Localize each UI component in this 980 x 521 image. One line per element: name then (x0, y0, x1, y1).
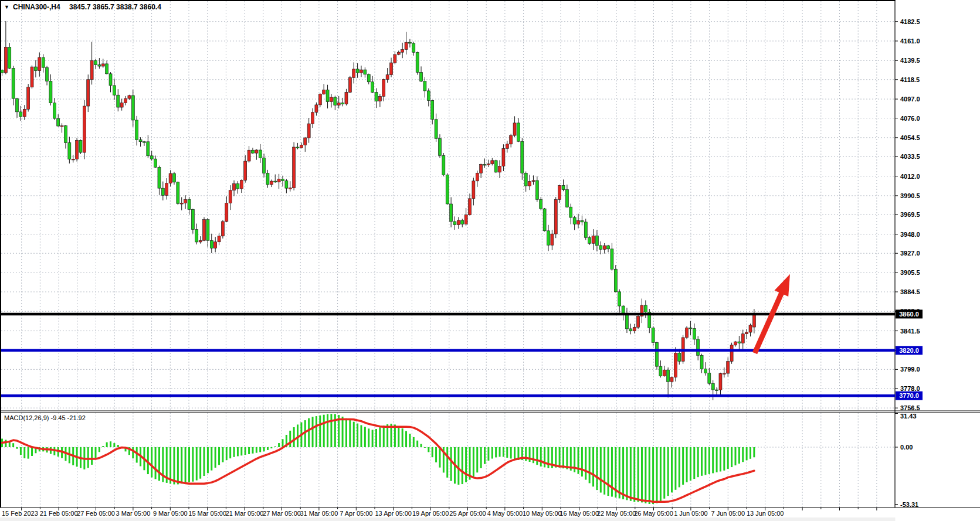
bull-candle-body (741, 334, 744, 343)
macd-histogram-bar (248, 447, 250, 454)
time-tick-label: 4 May 05:00 (487, 510, 523, 517)
macd-histogram-bar (450, 447, 452, 481)
bear-candle-body (356, 69, 359, 73)
bull-candle-body (277, 179, 280, 182)
bear-candle-body (210, 240, 213, 248)
macd-histogram-bar (353, 422, 355, 447)
bear-candle-body (12, 69, 15, 99)
macd-histogram-bar (510, 447, 512, 458)
time-tick-label: 22 May 05:00 (597, 510, 636, 517)
macd-histogram-bar (667, 447, 669, 496)
bull-candle-body (457, 220, 460, 225)
bull-candle-body (247, 150, 250, 161)
bull-candle-body (311, 113, 314, 124)
price-tick-label: 3756.5 (900, 404, 920, 411)
macd-histogram-bar (585, 447, 586, 480)
left-frame-border (0, 0, 1, 508)
price-tick-label: 3841.5 (900, 328, 920, 335)
macd-histogram-bar (327, 414, 328, 447)
chart-canvas[interactable]: 4182.54161.04139.54118.54097.04076.04054… (0, 0, 980, 521)
macd-histogram-bar (660, 447, 662, 501)
macd-histogram-bar (630, 447, 632, 501)
macd-histogram-bar (136, 447, 138, 463)
price-tick-label: 4054.5 (900, 134, 920, 141)
macd-histogram-bar (185, 447, 186, 483)
price-tick-label: 3905.5 (900, 269, 920, 276)
bear-candle-body (113, 86, 116, 95)
symbol-dropdown-icon[interactable]: ▼ (4, 4, 9, 10)
bull-candle-body (240, 180, 243, 188)
bull-candle-body (476, 173, 479, 181)
macd-histogram-bar (155, 447, 157, 479)
macd-histogram-bar (495, 447, 497, 457)
bear-candle-body (656, 342, 659, 366)
bull-candle-body (558, 185, 561, 199)
macd-histogram-bar (435, 447, 437, 462)
bull-candle-body (225, 203, 228, 222)
bear-candle-body (191, 209, 194, 229)
time-tick-label: 7 Jun 05:00 (711, 510, 745, 517)
macd-histogram-bar (693, 447, 695, 479)
macd-histogram-bar (282, 439, 284, 447)
bull-candle-body (180, 203, 183, 205)
macd-histogram-bar (379, 427, 381, 447)
macd-histogram-bar (278, 443, 280, 447)
macd-histogram-bar (457, 447, 459, 485)
bear-candle-body (367, 74, 370, 82)
bull-candle-body (60, 126, 63, 127)
macd-histogram-bar (368, 428, 369, 447)
macd-histogram-bar (413, 437, 415, 447)
macd-histogram-bar (31, 447, 33, 456)
bear-candle-body (334, 97, 337, 105)
macd-histogram-bar (671, 447, 673, 492)
macd-histogram-bar (416, 441, 418, 447)
macd-histogram-bar (91, 447, 93, 465)
bear-candle-body (562, 185, 565, 189)
bear-candle-body (274, 181, 277, 182)
macd-histogram-bar (293, 427, 295, 447)
price-tick-label: 3969.5 (900, 211, 920, 218)
macd-histogram-bar (439, 447, 440, 468)
macd-histogram-bar (402, 428, 403, 447)
bull-candle-body (255, 150, 258, 153)
macd-histogram-bar (476, 447, 478, 472)
macd-histogram-bar (211, 447, 212, 471)
bull-candle-body (323, 90, 325, 94)
mt4-chart-window: 4182.54161.04139.54118.54097.04076.04054… (0, 0, 980, 521)
macd-histogram-bar (383, 425, 385, 447)
bear-candle-body (161, 188, 164, 195)
bull-candle-body (401, 49, 404, 52)
macd-histogram-bar (720, 447, 721, 472)
level-line-price-label: 3860.0 (899, 311, 919, 318)
bull-candle-body (289, 188, 291, 189)
macd-histogram-bar (222, 447, 223, 462)
bear-candle-body (341, 103, 344, 104)
bear-candle-body (251, 150, 254, 153)
bull-candle-body (491, 161, 494, 164)
bull-candle-body (487, 164, 490, 165)
bear-candle-body (435, 120, 438, 139)
bear-candle-body (131, 96, 134, 120)
time-tick-label: 27 Feb 05:00 (77, 510, 115, 517)
time-tick-label: 13 Jun 05:00 (747, 510, 784, 517)
bull-candle-body (169, 173, 172, 183)
bull-candle-body (30, 67, 33, 87)
bull-candle-body (184, 199, 187, 203)
bull-candle-body (124, 98, 127, 103)
macd-histogram-bar (663, 447, 665, 499)
macd-histogram-bar (578, 447, 579, 474)
macd-histogram-bar (28, 447, 29, 459)
macd-histogram-bar (503, 447, 504, 457)
bear-candle-body (524, 173, 527, 186)
bear-candle-body (285, 181, 288, 188)
macd-histogram-bar (465, 447, 467, 482)
time-tick-label: 10 May 05:00 (523, 510, 562, 517)
price-tick-label: 3778.0 (900, 385, 920, 392)
bull-candle-body (90, 60, 93, 80)
bear-candle-body (614, 269, 617, 291)
bull-candle-body (218, 236, 221, 242)
bear-candle-body (611, 249, 613, 270)
bear-candle-body (143, 142, 145, 143)
bull-candle-body (378, 96, 381, 101)
bear-candle-body (64, 126, 67, 143)
